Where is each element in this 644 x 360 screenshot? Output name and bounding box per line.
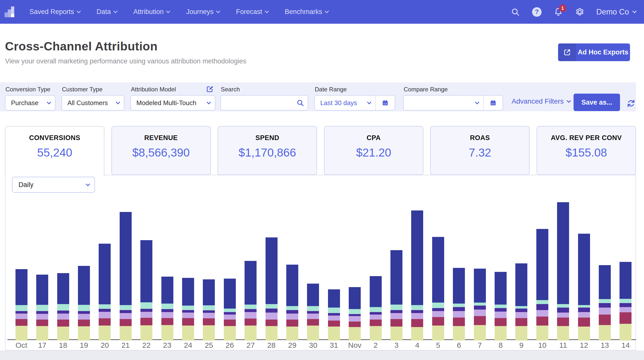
segment-mint: [390, 305, 402, 310]
bar-column[interactable]: 11: [553, 175, 574, 350]
bar-column[interactable]: 19: [74, 175, 94, 350]
bar-column[interactable]: 12: [574, 175, 594, 350]
segment-purple: [99, 309, 111, 312]
nav-item-saved-reports[interactable]: Saved Reports: [30, 8, 81, 16]
granularity-select[interactable]: Daily: [12, 177, 95, 193]
segment-purple: [474, 306, 486, 310]
segment-maroon: [453, 318, 465, 326]
help-icon[interactable]: ?: [532, 7, 542, 17]
bar-column[interactable]: 6: [449, 175, 470, 350]
segment-maroon: [515, 318, 527, 326]
bar-column[interactable]: 7: [470, 175, 490, 350]
bar-column[interactable]: Oct: [11, 175, 32, 350]
bar-column[interactable]: 20: [94, 175, 115, 350]
chevron-down-icon: [475, 102, 479, 104]
segment-lavender: [578, 312, 590, 318]
bar-column[interactable]: 21: [115, 175, 136, 350]
segment-yellow-green: [266, 326, 278, 341]
x-axis-tick-label: 8: [498, 341, 503, 350]
date-range-calendar-icon[interactable]: [375, 96, 395, 110]
segment-yellow-green: [78, 326, 90, 341]
x-axis-tick-label: 18: [59, 341, 67, 350]
bar-column[interactable]: 31: [324, 175, 344, 350]
compare-range-calendar-icon[interactable]: [483, 96, 502, 110]
bar-column[interactable]: 4: [407, 175, 428, 350]
segment-purple: [494, 308, 506, 312]
date-range-select[interactable]: Last 30 days: [315, 96, 375, 110]
bar-column[interactable]: 3: [386, 175, 407, 350]
segment-purple: [161, 309, 173, 312]
segment-lavender: [244, 312, 256, 319]
segment-lavender: [120, 313, 132, 319]
x-axis-tick-label: 17: [38, 341, 46, 350]
bar-column[interactable]: 24: [178, 175, 198, 350]
bar-column[interactable]: 9: [511, 175, 532, 350]
bar-column[interactable]: Nov: [344, 175, 365, 350]
segment-purple: [140, 309, 152, 312]
segment-blue: [57, 273, 69, 304]
bar-column[interactable]: 23: [157, 175, 178, 350]
advanced-filters-link[interactable]: Advanced Filters: [512, 97, 571, 105]
bar-column[interactable]: 27: [240, 175, 261, 350]
segment-blue: [494, 272, 506, 305]
segment-blue: [120, 212, 132, 305]
ad-hoc-exports-button[interactable]: Ad Hoc Exports: [558, 43, 630, 61]
bar-column[interactable]: 13: [594, 175, 615, 350]
search-label: Search: [221, 86, 308, 93]
conversion-type-select[interactable]: Purchase: [5, 95, 56, 111]
segment-purple: [411, 310, 423, 313]
segment-purple: [224, 312, 236, 315]
bar-column[interactable]: 17: [32, 175, 52, 350]
segment-blue: [370, 276, 382, 307]
nav-item-label: Journeys: [186, 8, 214, 16]
attribution-model-select[interactable]: Modeled Multi-Touch: [130, 95, 215, 111]
bar-column[interactable]: 10: [532, 175, 552, 350]
nav-item-attribution[interactable]: Attribution: [134, 8, 170, 16]
nav-item-forecast[interactable]: Forecast: [236, 8, 269, 16]
segment-yellow-green: [16, 326, 28, 341]
search-input[interactable]: [220, 95, 308, 111]
kpi-tab-revenue[interactable]: REVENUE $8,566,390: [112, 126, 211, 175]
search-icon[interactable]: [510, 7, 520, 17]
segment-purple: [620, 303, 632, 307]
segment-purple: [286, 310, 298, 314]
save-as-button[interactable]: Save as...: [574, 94, 620, 111]
segment-yellow-green: [557, 326, 569, 341]
compare-range-select[interactable]: [404, 96, 483, 110]
kpi-tab-spend[interactable]: SPEND $1,170,866: [218, 126, 317, 175]
kpi-tab-conversions[interactable]: CONVERSIONS 55,240: [5, 126, 104, 176]
brand-logo-icon[interactable]: [4, 6, 16, 18]
nav-item-journeys[interactable]: Journeys: [186, 8, 220, 16]
nav-item-label: Attribution: [134, 8, 164, 16]
bar-column[interactable]: 22: [136, 175, 157, 350]
bar-column[interactable]: 5: [428, 175, 448, 350]
notifications-bell-icon[interactable]: 1: [553, 7, 563, 17]
bar-column[interactable]: 26: [219, 175, 240, 350]
settings-gear-icon[interactable]: [575, 7, 585, 17]
bar-column[interactable]: 25: [198, 175, 219, 350]
bar-column[interactable]: 8: [490, 175, 511, 350]
bar-column[interactable]: 18: [53, 175, 74, 350]
kpi-tab-avg-rev-per-conv[interactable]: AVG. REV PER CONV $155.08: [536, 126, 636, 175]
nav-item-data[interactable]: Data: [97, 8, 118, 16]
segment-blue: [244, 261, 256, 305]
bar-column[interactable]: 28: [261, 175, 282, 350]
customer-type-select[interactable]: All Customers: [62, 95, 124, 111]
segment-lavender: [453, 311, 465, 318]
search-field-icon[interactable]: [296, 99, 304, 108]
segment-lavender: [328, 316, 340, 321]
nav-item-benchmarks[interactable]: Benchmarks: [285, 8, 329, 16]
refresh-icon[interactable]: [626, 99, 636, 109]
segment-blue: [411, 210, 423, 305]
bar-column[interactable]: 29: [282, 175, 302, 350]
bar-column[interactable]: 14: [615, 175, 636, 350]
segment-lavender: [203, 313, 215, 318]
chevron-down-icon: [116, 102, 120, 104]
account-menu[interactable]: Demo Co: [596, 7, 636, 16]
bar-column[interactable]: 2: [365, 175, 386, 350]
kpi-tab-roas[interactable]: ROAS 7.32: [430, 126, 530, 175]
kpi-tab-cpa[interactable]: CPA $21.20: [324, 126, 424, 175]
segment-mint: [349, 309, 361, 314]
edit-attribution-model-icon[interactable]: [205, 84, 214, 94]
bar-column[interactable]: 30: [303, 175, 324, 350]
